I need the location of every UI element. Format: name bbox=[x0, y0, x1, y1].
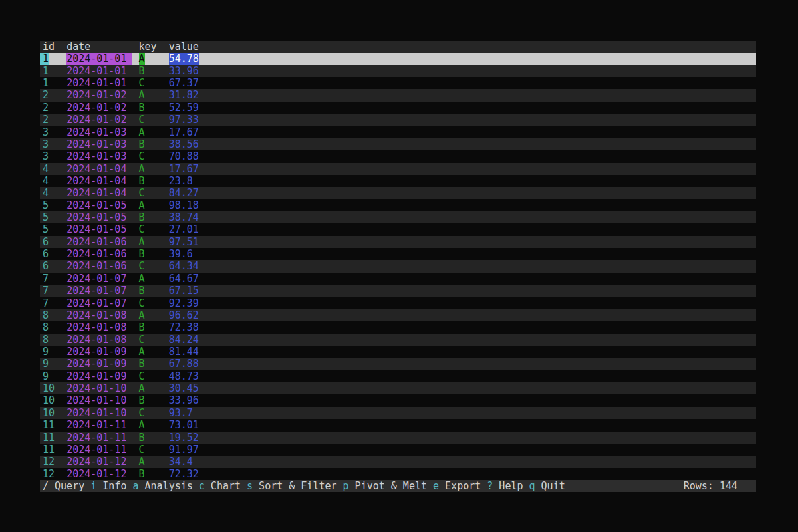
shortcut-key-analysis[interactable]: a bbox=[132, 480, 138, 492]
shortcut-key-query[interactable]: / bbox=[43, 480, 49, 492]
cell-date: 2024-01-10 bbox=[66, 394, 126, 406]
shortcut-label-sort-filter[interactable]: Sort & Filter bbox=[253, 480, 336, 492]
shortcut-label-export[interactable]: Export bbox=[439, 480, 481, 492]
column-header-value[interactable]: value bbox=[169, 41, 199, 53]
cell-value: 17.67 bbox=[169, 126, 199, 138]
table-row[interactable]: 4 2024-01-04 C 84.27 bbox=[40, 187, 756, 199]
table-row[interactable]: 11 2024-01-11 A 73.01 bbox=[40, 419, 756, 431]
table-row[interactable]: 7 2024-01-07 A 64.67 bbox=[40, 273, 756, 285]
shortcut-key-help[interactable]: ? bbox=[487, 480, 493, 492]
cell-key: B bbox=[139, 211, 145, 223]
table-row[interactable]: 11 2024-01-11 B 19.52 bbox=[40, 432, 756, 444]
table-row[interactable]: 8 2024-01-08 C 84.24 bbox=[40, 334, 756, 346]
shortcut-label-pivot-melt[interactable]: Pivot & Melt bbox=[349, 480, 427, 492]
table-row[interactable]: 1 2024-01-01 B 33.96 bbox=[40, 65, 756, 77]
cell-value: 92.39 bbox=[169, 297, 199, 309]
cell-date: 2024-01-11 bbox=[66, 419, 126, 431]
cell-date: 2024-01-03 bbox=[66, 138, 126, 150]
table-row[interactable]: 7 2024-01-07 B 67.15 bbox=[40, 285, 756, 297]
cell-date: 2024-01-09 bbox=[66, 358, 126, 370]
cell-date: 2024-01-06 bbox=[66, 236, 126, 248]
cell-date: 2024-01-08 bbox=[66, 334, 126, 346]
table-row[interactable]: 9 2024-01-09 A 81.44 bbox=[40, 346, 756, 358]
table-row-selected[interactable]: 1 2024-01-01 A 54.78 bbox=[40, 53, 756, 65]
cell-key: B bbox=[139, 321, 145, 333]
cell-value: 30.45 bbox=[169, 382, 199, 394]
cell-date: 2024-01-01 bbox=[66, 53, 132, 65]
table-row[interactable]: 10 2024-01-10 C 93.7 bbox=[40, 407, 756, 419]
shortcut-label-query[interactable]: Query bbox=[49, 480, 84, 492]
column-header-key[interactable]: key bbox=[139, 41, 157, 53]
cell-id: 8 bbox=[43, 334, 49, 346]
shortcut-label-analysis[interactable]: Analysis bbox=[139, 480, 193, 492]
shortcut-label-chart[interactable]: Chart bbox=[205, 480, 241, 492]
table-row[interactable]: 12 2024-01-12 B 72.32 bbox=[40, 468, 756, 480]
cell-id: 7 bbox=[43, 297, 49, 309]
table-row[interactable]: 2 2024-01-02 A 31.82 bbox=[40, 89, 756, 101]
table-row[interactable]: 6 2024-01-06 C 64.34 bbox=[40, 260, 756, 272]
table-row[interactable]: 3 2024-01-03 A 17.67 bbox=[40, 126, 756, 138]
cell-date: 2024-01-07 bbox=[66, 285, 126, 297]
cell-id: 2 bbox=[43, 102, 49, 114]
shortcut-key-chart[interactable]: c bbox=[199, 480, 205, 492]
cell-key: B bbox=[139, 175, 145, 187]
cell-id: 1 bbox=[43, 65, 49, 77]
table-row[interactable]: 2 2024-01-02 C 97.33 bbox=[40, 114, 756, 126]
table-row[interactable]: 4 2024-01-04 A 17.67 bbox=[40, 163, 756, 175]
cell-date: 2024-01-01 bbox=[66, 77, 126, 89]
cell-key: A bbox=[139, 346, 145, 358]
table-row[interactable]: 10 2024-01-10 A 30.45 bbox=[40, 382, 756, 394]
table-row[interactable]: 3 2024-01-03 B 38.56 bbox=[40, 138, 756, 150]
table-row[interactable]: 8 2024-01-08 B 72.38 bbox=[40, 321, 756, 333]
terminal-screen: id date key value 1 2024-01-01 A 54.781 … bbox=[40, 41, 756, 492]
shortcut-key-pivot-melt[interactable]: p bbox=[343, 480, 349, 492]
cell-id: 10 bbox=[43, 382, 55, 394]
table-row[interactable]: 9 2024-01-09 C 48.73 bbox=[40, 370, 756, 382]
table-row[interactable]: 8 2024-01-08 A 96.62 bbox=[40, 309, 756, 321]
shortcut-label-info[interactable]: Info bbox=[96, 480, 126, 492]
cell-value: 84.27 bbox=[169, 187, 199, 199]
cell-id: 2 bbox=[43, 89, 49, 101]
cell-date: 2024-01-08 bbox=[66, 321, 126, 333]
table-row[interactable]: 6 2024-01-06 B 39.6 bbox=[40, 248, 756, 260]
shortcut-key-export[interactable]: e bbox=[433, 480, 439, 492]
cell-key: A bbox=[139, 236, 145, 248]
shortcut-key-sort-filter[interactable]: s bbox=[247, 480, 253, 492]
cell-id: 2 bbox=[43, 114, 49, 126]
cell-id: 12 bbox=[43, 456, 55, 467]
cell-id: 8 bbox=[43, 321, 49, 333]
table-row[interactable]: 9 2024-01-09 B 67.88 bbox=[40, 358, 756, 370]
cell-id: 6 bbox=[43, 260, 49, 272]
column-header-id[interactable]: id bbox=[43, 41, 55, 53]
table-row[interactable]: 7 2024-01-07 C 92.39 bbox=[40, 297, 756, 309]
table-row[interactable]: 5 2024-01-05 A 98.18 bbox=[40, 200, 756, 211]
cell-value: 48.73 bbox=[169, 370, 199, 382]
cell-date: 2024-01-03 bbox=[66, 126, 126, 138]
cell-value: 72.32 bbox=[169, 468, 199, 480]
cell-value: 73.01 bbox=[169, 419, 199, 431]
table-row[interactable]: 10 2024-01-10 B 33.96 bbox=[40, 394, 756, 406]
cell-date: 2024-01-02 bbox=[66, 102, 126, 114]
table-row[interactable]: 12 2024-01-12 A 34.4 bbox=[40, 456, 756, 467]
table-row[interactable]: 1 2024-01-01 C 67.37 bbox=[40, 77, 756, 89]
cell-value: 67.15 bbox=[169, 285, 199, 297]
cell-date: 2024-01-02 bbox=[66, 89, 126, 101]
table-row[interactable]: 2 2024-01-02 B 52.59 bbox=[40, 102, 756, 114]
table-row[interactable]: 11 2024-01-11 C 91.97 bbox=[40, 444, 756, 456]
shortcut-key-info[interactable]: i bbox=[90, 480, 96, 492]
cell-date: 2024-01-05 bbox=[66, 200, 126, 211]
cell-key: B bbox=[139, 102, 145, 114]
shortcut-label-help[interactable]: Help bbox=[493, 480, 523, 492]
table-row[interactable]: 4 2024-01-04 B 23.8 bbox=[40, 175, 756, 187]
cell-key: A bbox=[139, 126, 145, 138]
cell-id: 6 bbox=[43, 248, 49, 260]
table-row[interactable]: 5 2024-01-05 C 27.01 bbox=[40, 223, 756, 235]
table-row[interactable]: 3 2024-01-03 C 70.88 bbox=[40, 150, 756, 162]
column-header-date[interactable]: date bbox=[66, 41, 90, 53]
cell-key: A bbox=[139, 382, 145, 394]
shortcut-label-quit[interactable]: Quit bbox=[535, 480, 565, 492]
table-row[interactable]: 6 2024-01-06 A 97.51 bbox=[40, 236, 756, 248]
shortcut-key-quit[interactable]: q bbox=[529, 480, 535, 492]
table-row[interactable]: 5 2024-01-05 B 38.74 bbox=[40, 211, 756, 223]
cell-id: 1 bbox=[40, 53, 49, 65]
